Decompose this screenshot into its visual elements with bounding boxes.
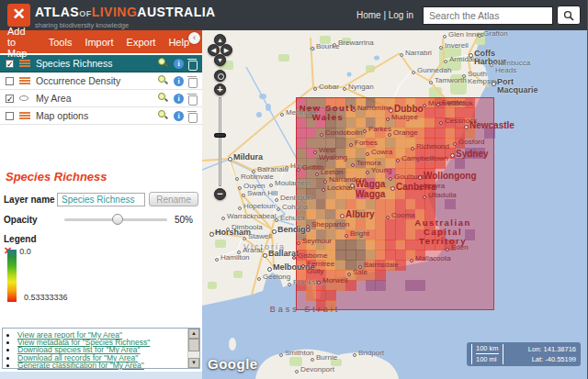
layer-label: Map options — [36, 110, 153, 121]
menu-item-export[interactable]: Export — [127, 37, 156, 48]
action-link-generate-classification-for-my-area[interactable]: Generate classification for "My Area" — [17, 361, 144, 370]
menu-item-help[interactable]: Help — [168, 37, 189, 48]
links-scrollbar[interactable]: ▲ ▼ — [187, 329, 199, 368]
panel-title: Species Richness — [0, 170, 202, 184]
coord-lat: Lat: -40.55199 — [528, 354, 576, 364]
area-shape-icon — [19, 95, 30, 101]
menu-item-import[interactable]: Import — [85, 37, 113, 48]
action-links-list: View area report for "My Area"View metad… — [3, 329, 187, 368]
layer-info-icon[interactable]: i — [174, 111, 184, 121]
zoom-to-layer-icon[interactable] — [158, 58, 169, 69]
layer-row-map-options[interactable]: Map optionsi — [0, 107, 202, 125]
delete-layer-icon[interactable] — [188, 111, 197, 121]
scale-mi: 100 mi — [476, 354, 499, 363]
ala-logo-text: ATLASOFLIVINGAUSTRALIA — [35, 6, 216, 21]
sidebar: Add to MapToolsImportExportHelp‹ ✓Specie… — [0, 30, 202, 379]
reset-view-button[interactable] — [214, 70, 226, 82]
layer-label: Species Richness — [36, 58, 153, 69]
layer-name-input[interactable] — [57, 193, 145, 206]
pan-down-button[interactable]: ▼ — [214, 54, 226, 66]
legend-label: Legend — [4, 234, 202, 244]
map-canvas[interactable]: BourkeBrewarrinaCobarNynganNarrabriGunne… — [202, 30, 588, 379]
cursor-coordinates: Lon: 141.38716 Lat: -40.55199 — [528, 344, 576, 364]
layer-checkbox-occurrence-density[interactable] — [6, 77, 14, 85]
layer-grid-icon — [19, 59, 30, 69]
opacity-label: Opacity — [4, 215, 57, 225]
layer-checkbox-map-options[interactable] — [6, 112, 14, 120]
search-input[interactable] — [423, 6, 553, 25]
search-icon — [563, 10, 574, 21]
zoom-in-button[interactable]: + — [214, 84, 226, 95]
zoom-slider-handle[interactable] — [214, 133, 226, 138]
layer-detail-panel: Species Richness Layer name Rename Opaci… — [0, 170, 202, 302]
home-login-links[interactable]: Home | Log in — [356, 10, 413, 20]
layer-row-my-area[interactable]: ✓My Areai — [0, 90, 202, 107]
scale-coords-box: 100 km 100 mi Lon: 141.38716 Lat: -40.55… — [467, 342, 581, 366]
my-area-overlay — [296, 97, 494, 310]
ala-tagline: sharing biodiversity knowledge — [35, 21, 216, 29]
layer-info-icon[interactable]: i — [174, 59, 184, 69]
zoom-out-button[interactable]: − — [214, 188, 226, 200]
rename-button[interactable]: Rename — [149, 192, 198, 206]
scrollbar-up-arrow[interactable]: ▲ — [188, 329, 199, 339]
layer-checkbox-my-area[interactable]: ✓ — [6, 95, 14, 103]
layer-list: ✓Species RichnessiOccurrence Densityi✓My… — [0, 55, 202, 125]
legend-max-value: 0.53333336 — [24, 293, 68, 302]
king-island — [229, 338, 236, 351]
delete-layer-icon[interactable] — [188, 76, 197, 86]
action-link-item: Generate classification for "My Area" — [17, 362, 187, 369]
zoom-to-layer-icon[interactable] — [158, 93, 169, 104]
layer-info-icon[interactable]: i — [174, 76, 184, 86]
layer-info-icon[interactable]: i — [174, 94, 184, 104]
legend-min-value: 0.0 — [19, 247, 31, 256]
zoom-slider-track[interactable] — [219, 97, 221, 186]
delete-layer-icon[interactable] — [188, 94, 197, 104]
action-links-box: View area report for "My Area"View metad… — [2, 328, 200, 369]
scale-km: 100 km — [476, 344, 499, 354]
ala-logo-icon: ✕ — [7, 4, 30, 27]
ala-logo[interactable]: ✕ ATLASOFLIVINGAUSTRALIA sharing biodive… — [7, 4, 216, 29]
layer-grid-icon — [19, 111, 30, 121]
sidebar-bottom-strip — [0, 372, 202, 379]
zoom-to-layer-icon[interactable] — [158, 75, 169, 86]
layer-checkbox-species-richness[interactable]: ✓ — [6, 60, 14, 68]
ala-spatial-portal: ✕ ATLASOFLIVINGAUSTRALIA sharing biodive… — [0, 0, 588, 379]
scale-bar: 100 km 100 mi — [471, 344, 503, 364]
layer-label: Occurrence Density — [36, 75, 153, 86]
opacity-slider[interactable] — [64, 218, 167, 221]
delete-layer-icon[interactable] — [188, 59, 197, 69]
search-button[interactable] — [557, 6, 581, 25]
layer-grid-icon — [19, 76, 30, 86]
top-header: ✕ ATLASOFLIVINGAUSTRALIA sharing biodive… — [0, 0, 588, 30]
opacity-slider-handle[interactable] — [112, 214, 123, 225]
legend-gradient-bar — [7, 250, 17, 302]
google-logo[interactable]: Google — [208, 356, 258, 372]
layer-label: My Area — [36, 93, 153, 104]
layer-name-label: Layer name — [4, 195, 57, 205]
zoom-to-layer-icon[interactable] — [158, 110, 169, 121]
scrollbar-down-arrow[interactable]: ▼ — [188, 358, 199, 368]
scrollbar-thumb[interactable] — [188, 339, 199, 351]
collapse-panel-button[interactable]: ‹ — [188, 32, 200, 44]
coord-lon: Lon: 141.38716 — [528, 344, 576, 354]
menu-item-add-to-map[interactable]: Add to Map — [7, 26, 36, 59]
layer-row-occurrence-density[interactable]: Occurrence Densityi — [0, 72, 202, 90]
menu-bar: Add to MapToolsImportExportHelp‹ — [0, 30, 202, 53]
menu-item-tools[interactable]: Tools — [49, 37, 73, 48]
opacity-value: 50% — [175, 215, 198, 225]
